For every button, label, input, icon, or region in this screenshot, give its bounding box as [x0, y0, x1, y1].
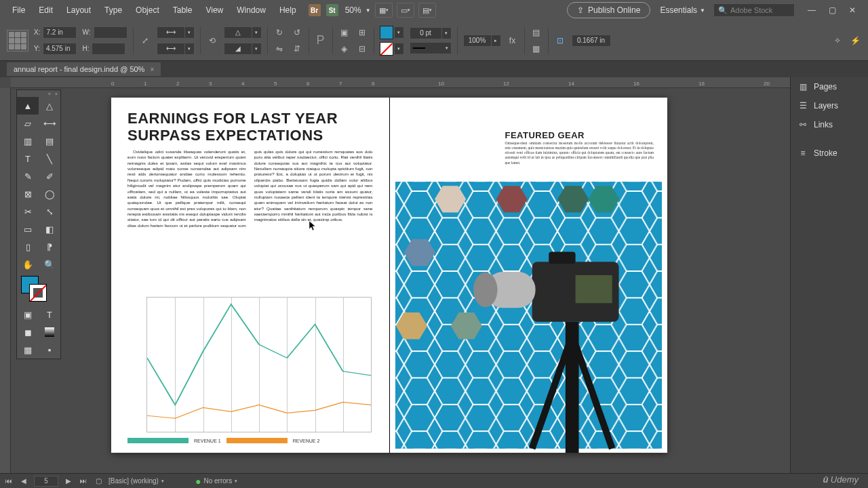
column-input[interactable]: 0.1667 in [572, 35, 611, 47]
align-to-icon[interactable]: ⊞ [356, 26, 368, 39]
flip-h-icon[interactable]: ⇋ [273, 43, 285, 55]
window-minimize[interactable]: — [802, 3, 822, 17]
page-tool[interactable]: ▱ [17, 115, 39, 132]
h-input[interactable] [92, 43, 125, 55]
frame-fitting-icon[interactable]: ⊡ [554, 35, 566, 47]
panel-pages[interactable]: ▥Pages [791, 77, 868, 96]
fill-swatch[interactable] [380, 26, 393, 39]
arrange-icon[interactable]: ▤▾ [418, 3, 436, 18]
page-right[interactable]: FEATURED GEAR Omsequeodent omniam consec… [390, 98, 668, 453]
menu-window[interactable]: Window [230, 1, 273, 19]
publish-online-button[interactable]: ⇪Publish Online [567, 2, 650, 18]
open-icon[interactable]: ▢ [94, 476, 103, 486]
tools-panel[interactable]: «× ▲△ ▱⟷ ▥▤ T╲ ✎✐ ⊠◯ ✂⤡ ▭◧ ▯⁋ ✋🔍 ▣T ◼ ▦▪ [16, 89, 61, 359]
zoom-tool[interactable]: 🔍 [39, 256, 60, 273]
free-transform-tool[interactable]: ⤡ [39, 203, 60, 220]
ruler-horizontal[interactable]: 012345678101214161820 [11, 77, 790, 88]
next-page-button[interactable]: ▶ [64, 476, 73, 486]
page-left[interactable]: EARNINGS FOR LAST YEAR SURPASS EXPECTATI… [111, 98, 390, 453]
close-panel-icon[interactable]: × [54, 91, 59, 96]
y-input[interactable]: 4.575 in [43, 43, 77, 55]
direct-selection-tool[interactable]: △ [39, 97, 60, 115]
eyedropper-tool[interactable]: ⁋ [39, 238, 60, 256]
menu-help[interactable]: Help [273, 1, 303, 19]
menu-layout[interactable]: Layout [60, 1, 98, 19]
scale-y-drop[interactable]: ▾ [185, 43, 195, 55]
x-input[interactable]: 7.2 in [43, 26, 77, 39]
stock-icon[interactable]: St [326, 4, 338, 16]
panel-stroke[interactable]: ≡Stroke [791, 144, 868, 163]
gap-tool[interactable]: ⟷ [39, 115, 60, 132]
formatting-container-icon[interactable]: ▣ [17, 306, 39, 323]
text-wrap-none-icon[interactable]: ▤ [530, 26, 542, 39]
preview-mode-icon[interactable]: ▪ [39, 341, 60, 359]
pen-tool[interactable]: ✎ [17, 167, 39, 185]
menu-file[interactable]: File [5, 1, 32, 19]
content-placer-tool[interactable]: ▤ [39, 132, 60, 150]
menu-table[interactable]: Table [166, 1, 199, 19]
canvas[interactable]: EARNINGS FOR LAST YEAR SURPASS EXPECTATI… [11, 88, 790, 473]
select-content-icon[interactable]: ◈ [338, 43, 351, 55]
first-page-button[interactable]: ⏮ [4, 476, 14, 486]
menu-view[interactable]: View [199, 1, 230, 19]
distribute-icon[interactable]: ⊟ [356, 43, 368, 55]
scale-y-input[interactable]: ⟷ [157, 43, 185, 55]
stroke-swatch[interactable] [380, 42, 393, 56]
rotate-ccw-icon[interactable]: ↺ [291, 26, 303, 39]
document-tab[interactable]: annual report - final design.indd @ 50%× [7, 62, 161, 76]
rotate-icon[interactable]: ⟲ [206, 35, 218, 47]
fx-icon[interactable]: fx [507, 35, 519, 47]
hand-tool[interactable]: ✋ [17, 256, 39, 273]
normal-view-icon[interactable]: ▦ [17, 341, 39, 359]
preflight-profile[interactable]: [Basic] (working)▾ [108, 477, 190, 485]
preflight-status[interactable]: ●No errors▾ [195, 476, 237, 487]
menu-type[interactable]: Type [98, 1, 129, 19]
content-collector-tool[interactable]: ▥ [17, 132, 39, 150]
bridge-icon[interactable]: Br [309, 4, 321, 16]
reference-point-grid[interactable] [7, 30, 28, 52]
gradient-swatch-tool[interactable]: ◧ [39, 220, 60, 238]
panel-layers[interactable]: ☰Layers [791, 96, 868, 115]
apply-color-icon[interactable]: ◼ [17, 323, 39, 341]
page-number-input[interactable]: 5 [34, 476, 58, 487]
quick-apply-icon[interactable]: ✧ [831, 35, 844, 47]
stroke-weight-input[interactable]: 0 pt [410, 27, 442, 39]
collapse-icon[interactable]: « [47, 91, 52, 96]
menu-edit[interactable]: Edit [32, 1, 60, 19]
prev-page-button[interactable]: ◀ [19, 476, 28, 486]
rotate-cw-icon[interactable]: ↻ [273, 26, 285, 39]
rectangle-frame-tool[interactable]: ⊠ [17, 185, 39, 203]
menu-object[interactable]: Object [129, 1, 166, 19]
line-tool[interactable]: ╲ [39, 150, 60, 167]
scale-x-input[interactable]: ⟷ [157, 26, 185, 39]
zoom-level[interactable]: 50%▼ [345, 5, 371, 15]
type-tool[interactable]: T [17, 150, 39, 167]
ruler-vertical[interactable] [0, 88, 11, 473]
scale-icon[interactable]: ⤢ [139, 35, 151, 47]
workspace-switcher[interactable]: Essentials▼ [660, 5, 705, 15]
formatting-text-icon[interactable]: T [39, 306, 60, 323]
stock-search[interactable]: 🔍Adobe Stock [713, 3, 795, 17]
gpu-icon[interactable]: ⚡ [849, 35, 861, 47]
fill-stroke-swatches[interactable] [17, 273, 60, 306]
close-tab-icon[interactable]: × [150, 66, 154, 73]
select-container-icon[interactable]: ▣ [338, 26, 351, 39]
paragraph-icon[interactable]: P [315, 35, 327, 47]
rotate-input[interactable]: △ [224, 26, 252, 39]
ellipse-tool[interactable]: ◯ [39, 185, 60, 203]
opacity-input[interactable]: 100% [463, 35, 492, 47]
panel-links[interactable]: ⚯Links [791, 115, 868, 134]
window-close[interactable]: ✕ [842, 3, 863, 17]
view-options-icon[interactable]: ▦▾ [375, 3, 393, 18]
shear-input[interactable]: ◢ [224, 43, 252, 55]
text-wrap-around-icon[interactable]: ▦ [530, 43, 542, 55]
scissors-tool[interactable]: ✂ [17, 203, 39, 220]
flip-v-icon[interactable]: ⇵ [291, 43, 303, 55]
screen-mode-icon[interactable]: ▭▾ [397, 3, 414, 18]
pencil-tool[interactable]: ✐ [39, 167, 60, 185]
scale-x-drop[interactable]: ▾ [185, 26, 195, 39]
rectangle-tool[interactable]: ▭ [17, 220, 39, 238]
apply-gradient-icon[interactable] [39, 323, 60, 341]
selection-tool[interactable]: ▲ [17, 97, 39, 115]
note-tool[interactable]: ▯ [17, 238, 39, 256]
